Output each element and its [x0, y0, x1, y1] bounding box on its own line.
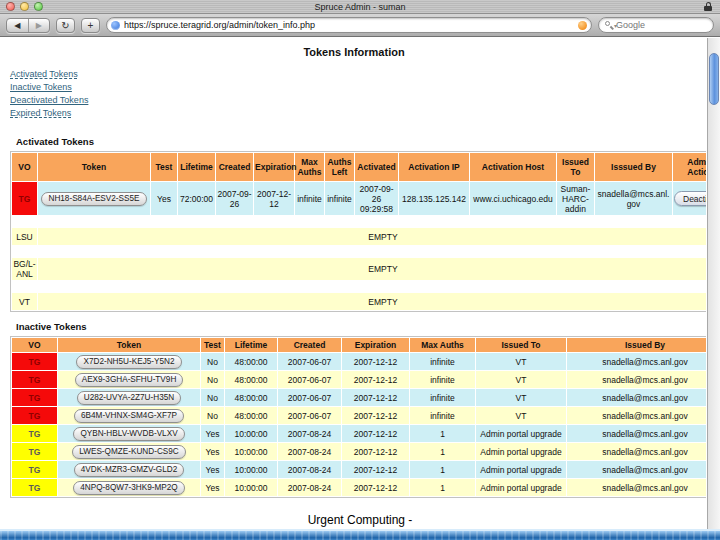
column-header-test: Test: [201, 338, 224, 352]
cell-vo: VT: [12, 293, 37, 310]
search-field[interactable]: ▾: [598, 17, 714, 33]
cell-created: 2007-06-07: [278, 371, 341, 388]
cell-issued-by: snadella@mcs.anl.gov: [567, 443, 706, 460]
address-bar[interactable]: https://spruce.teragrid.org/admin/token_…: [106, 17, 592, 33]
reload-button[interactable]: ↻: [56, 18, 75, 33]
cell-token: QYBN-HBLV-WVDB-VLXV: [58, 425, 200, 442]
token-pill[interactable]: QYBN-HBLV-WVDB-VLXV: [73, 427, 184, 441]
token-pill[interactable]: LWES-QMZE-KUND-CS9C: [72, 445, 185, 459]
cell-expiration: 2007-12-12: [342, 461, 409, 478]
column-header-admin-action: Admin Action: [673, 153, 706, 181]
vertical-scrollbar[interactable]: [707, 38, 720, 529]
spacer-row: [12, 246, 706, 257]
cell-issued-to: Suman-HARC-addin: [557, 182, 594, 215]
cell-issued-to: Admin portal upgrade: [476, 479, 566, 496]
back-forward-buttons[interactable]: ◀ ▶: [6, 18, 50, 33]
cell-token: 4VDK-MZR3-GMZV-GLD2: [58, 461, 200, 478]
search-icon: ▾: [605, 21, 613, 29]
cell-token: 6B4M-VHNX-SM4G-XF7P: [58, 407, 200, 424]
activated-token-row: TG NH18-S84A-ESV2-SS5E Yes 72:00:00 2007…: [12, 182, 706, 215]
token-pill[interactable]: U282-UVYA-2Z7U-H35N: [77, 391, 181, 405]
cell-vo: TG: [12, 371, 57, 388]
scrollbar-thumb[interactable]: [709, 53, 719, 105]
cell-test: No: [201, 389, 224, 406]
column-header-issued-by: Isssued By: [595, 153, 672, 181]
empty-vo-row: LSU EMPTY: [12, 228, 706, 245]
column-header-issued-to: Issued To: [476, 338, 566, 352]
cell-max-auths: 1: [410, 461, 475, 478]
cell-token: X7D2-NH5U-KEJ5-Y5N2: [58, 353, 200, 370]
cell-issued-by: snadella@mcs.anl.gov: [567, 371, 706, 388]
token-pill[interactable]: NH18-S84A-ESV2-SS5E: [41, 192, 146, 206]
cell-created: 2007-06-07: [278, 353, 341, 370]
cell-activated: 2007-09-26 09:29:58: [355, 182, 398, 215]
inactive-token-row: TG QYBN-HBLV-WVDB-VLXV Yes 10:00:00 2007…: [12, 425, 706, 442]
cell-vo: TG: [12, 407, 57, 424]
token-pill[interactable]: 6B4M-VHNX-SM4G-XF7P: [74, 409, 184, 423]
column-header-vo: VO: [12, 153, 37, 181]
cell-vo: TG: [12, 461, 57, 478]
column-header-created: Created: [216, 153, 253, 181]
cell-lifetime: 48:00:00: [225, 353, 277, 370]
cell-created: 2007-08-24: [278, 443, 341, 460]
cell-lifetime: 10:00:00: [225, 479, 277, 496]
token-pill[interactable]: 4NPQ-8QW7-3HK9-MP2Q: [73, 481, 184, 495]
secure-lock-icon: [704, 2, 713, 12]
rss-icon[interactable]: [578, 21, 587, 30]
cell-issued-by: snadella@mcs.anl.gov: [595, 182, 672, 215]
token-pill[interactable]: X7D2-NH5U-KEJ5-Y5N2: [76, 355, 181, 369]
link-activated-tokens[interactable]: Activated Tokens: [10, 68, 78, 81]
token-pill[interactable]: AEX9-3GHA-SFHU-TV9H: [75, 373, 184, 387]
link-deactivated-tokens[interactable]: Deactivated Tokens: [10, 94, 88, 107]
forward-icon[interactable]: ▶: [29, 19, 50, 32]
column-header-test: Test: [151, 153, 177, 181]
cell-test: Yes: [201, 479, 224, 496]
cell-vo: TG: [12, 353, 57, 370]
back-icon[interactable]: ◀: [7, 19, 29, 32]
column-header-max-auths: Max Auths: [295, 153, 324, 181]
cell-vo: TG: [12, 479, 57, 496]
cell-expiration: 2007-12-12: [342, 425, 409, 442]
page-title: Tokens Information: [2, 46, 706, 58]
token-pill[interactable]: 4VDK-MZR3-GMZV-GLD2: [74, 463, 184, 477]
inactive-token-row: TG LWES-QMZE-KUND-CS9C Yes 10:00:00 2007…: [12, 443, 706, 460]
empty-vo-row: VT EMPTY: [12, 293, 706, 310]
cell-test: Yes: [201, 425, 224, 442]
column-header-token: Token: [38, 153, 150, 181]
cell-token: NH18-S84A-ESV2-SS5E: [38, 182, 150, 215]
url-text[interactable]: https://spruce.teragrid.org/admin/token_…: [124, 20, 574, 30]
search-input[interactable]: [616, 20, 696, 30]
column-header-activated: Activated: [355, 153, 398, 181]
inactive-tokens-table: VO Token Test Lifetime Created Expiratio…: [10, 336, 706, 498]
cell-issued-to: Admin portal upgrade: [476, 425, 566, 442]
cell-issued-to: VT: [476, 407, 566, 424]
activated-header-row: VO Token Test Lifetime Created Expiratio…: [12, 153, 706, 181]
slide-bottom-bar: [0, 529, 720, 540]
site-favicon: [111, 21, 120, 30]
window-titlebar: Spruce Admin - suman: [0, 0, 720, 14]
cell-expiration: 2007-12-12: [254, 182, 294, 215]
column-header-activation-ip: Activation IP: [399, 153, 469, 181]
column-header-expiration: Expiration: [254, 153, 294, 181]
link-expired-tokens[interactable]: Expired Tokens: [10, 107, 71, 120]
cell-lifetime: 48:00:00: [225, 407, 277, 424]
column-header-activation-host: Activation Host: [470, 153, 556, 181]
cell-test: Yes: [201, 443, 224, 460]
browser-content: Tokens Information Activated Tokens Inac…: [0, 38, 720, 540]
cell-activation-ip: 128.135.125.142: [399, 182, 469, 215]
cell-token: 4NPQ-8QW7-3HK9-MP2Q: [58, 479, 200, 496]
inactive-token-row: TG 6B4M-VHNX-SM4G-XF7P No 48:00:00 2007-…: [12, 407, 706, 424]
cell-expiration: 2007-12-12: [342, 443, 409, 460]
plus-icon: +: [88, 20, 94, 31]
cell-max-auths: infinite: [295, 182, 324, 215]
column-header-created: Created: [278, 338, 341, 352]
deactivate-button[interactable]: Deactivate: [674, 191, 706, 206]
inactive-header-row: VO Token Test Lifetime Created Expiratio…: [12, 338, 706, 352]
inactive-token-row: TG X7D2-NH5U-KEJ5-Y5N2 No 48:00:00 2007-…: [12, 353, 706, 370]
cell-created: 2007-08-24: [278, 479, 341, 496]
new-tab-button[interactable]: +: [81, 18, 100, 33]
page-main: Tokens Information Activated Tokens Inac…: [2, 38, 706, 540]
link-inactive-tokens[interactable]: Inactive Tokens: [10, 81, 72, 94]
cell-created: 2007-09-26: [216, 182, 253, 215]
column-header-auths-left: Auths Left: [325, 153, 354, 181]
